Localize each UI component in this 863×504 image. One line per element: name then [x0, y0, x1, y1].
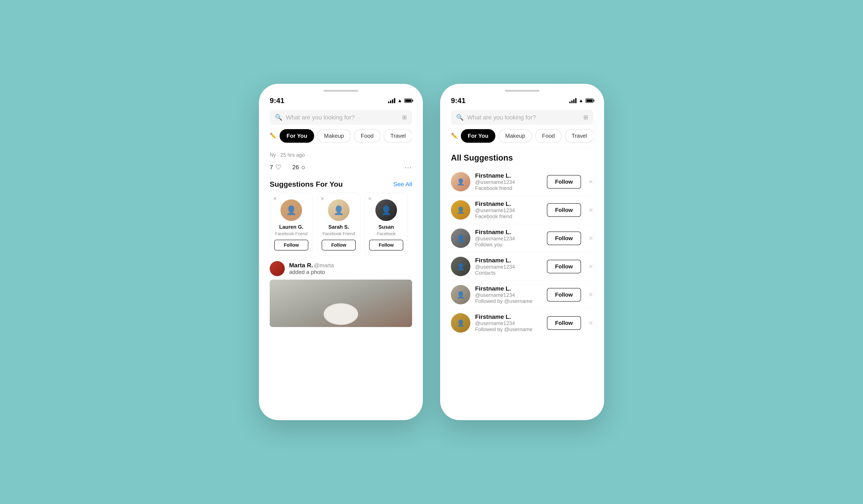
marta-avatar — [270, 261, 285, 276]
card-follow-btn-3[interactable]: Follow — [369, 240, 403, 250]
row-close-5[interactable]: ✕ — [588, 291, 593, 298]
barcode-icon-left: ⊞ — [402, 114, 407, 121]
suggestion-card-2: ✕ 👤 Sarah S. Facebook Friend Follow — [317, 193, 360, 256]
row-avatar-6: 👤 — [451, 313, 470, 333]
tab-food-left[interactable]: Food — [354, 129, 380, 143]
card-close-2[interactable]: ✕ — [321, 196, 324, 202]
card-avatar-1: 👤 — [280, 199, 302, 221]
row-relation-6: Followed by @username — [475, 326, 542, 332]
suggestion-row-6: 👤 Firstname L. @username1234 Followed by… — [451, 309, 593, 337]
follow-btn-6[interactable]: Follow — [547, 316, 581, 330]
suggestion-cards: ✕ 👤 Lauren G. Facebook Friend Follow ✕ 👤… — [270, 193, 412, 256]
row-name-1: Firstname L. — [475, 172, 542, 179]
row-relation-1: Facebook friend — [475, 185, 542, 191]
edit-icon-right[interactable]: ✏️ — [451, 132, 458, 139]
card-close-1[interactable]: ✕ — [273, 196, 277, 202]
interaction-row: 7 ♡ 26 ○ ··· — [270, 161, 412, 176]
suggestion-row-1: 👤 Firstname L. @username1234 Facebook fr… — [451, 168, 593, 196]
tab-travel-left[interactable]: Travel — [384, 129, 412, 143]
row-close-3[interactable]: ✕ — [588, 235, 593, 242]
marta-name: Marta R. — [289, 262, 313, 269]
suggestion-row-3: 👤 Firstname L. @username1234 Follows you… — [451, 224, 593, 253]
all-suggestions-title: All Suggestions — [451, 147, 593, 168]
marta-info: Marta R. @marta added a photo — [289, 262, 334, 275]
row-info-2: Firstname L. @username1234 Facebook frie… — [475, 201, 542, 219]
search-icon-left: 🔍 — [275, 114, 283, 121]
row-close-6[interactable]: ✕ — [588, 320, 593, 326]
suggestion-card-1: ✕ 👤 Lauren G. Facebook Friend Follow — [270, 193, 313, 256]
card-follow-btn-2[interactable]: Follow — [322, 240, 356, 250]
likes-count: 7 — [270, 164, 273, 171]
search-input-right[interactable]: What are you looking for? — [467, 114, 580, 121]
more-icon[interactable]: ··· — [405, 164, 412, 171]
follow-btn-5[interactable]: Follow — [547, 288, 581, 301]
signal-icon — [388, 98, 395, 103]
search-icon-right: 🔍 — [456, 114, 464, 121]
phone-right: 9:41 ▲ 🔍 What are you looking for? ⊞ ✏️ … — [440, 84, 604, 420]
tab-for-you-right[interactable]: For You — [461, 129, 495, 143]
follow-btn-4[interactable]: Follow — [547, 260, 581, 273]
marta-action: added a photo — [289, 269, 334, 275]
follow-btn-1[interactable]: Follow — [547, 175, 581, 189]
row-name-3: Firstname L. — [475, 229, 542, 236]
card-name-2: Sarah S. — [328, 224, 349, 230]
search-input-left[interactable]: What are you looking for? — [286, 114, 399, 121]
row-info-4: Firstname L. @username1234 Contacts — [475, 257, 542, 276]
food-plate — [324, 303, 358, 325]
heart-icon[interactable]: ♡ — [275, 163, 282, 171]
row-name-2: Firstname L. — [475, 201, 542, 207]
tab-travel-right[interactable]: Travel — [565, 129, 593, 143]
signal-icon-right — [570, 98, 576, 103]
wifi-icon: ▲ — [397, 98, 402, 103]
notch — [324, 90, 358, 92]
suggestions-header: Suggestions For You See All — [270, 180, 412, 189]
tab-for-you-left[interactable]: For You — [279, 129, 314, 143]
status-icons-right: ▲ — [570, 98, 593, 103]
row-close-4[interactable]: ✕ — [588, 263, 593, 270]
search-bar-left[interactable]: 🔍 What are you looking for? ⊞ — [270, 110, 412, 125]
card-follow-btn-1[interactable]: Follow — [274, 240, 308, 250]
row-avatar-4: 👤 — [451, 257, 470, 276]
search-bar-right[interactable]: 🔍 What are you looking for? ⊞ — [451, 110, 593, 125]
row-handle-5: @username1234 — [475, 292, 542, 298]
card-subtitle-2: Facebook Friend — [323, 231, 355, 236]
row-avatar-5: 👤 — [451, 285, 470, 305]
comments-count: 26 — [292, 164, 299, 171]
follow-btn-3[interactable]: Follow — [547, 232, 581, 245]
card-avatar-2: 👤 — [328, 199, 350, 221]
status-time-right: 9:41 — [451, 96, 466, 105]
card-close-3[interactable]: ✕ — [368, 196, 372, 202]
marta-post: Marta R. @marta added a photo — [270, 256, 412, 280]
row-info-1: Firstname L. @username1234 Facebook frie… — [475, 172, 542, 191]
card-name-1: Lauren G. — [279, 224, 303, 230]
tab-makeup-left[interactable]: Makeup — [317, 129, 351, 143]
suggestion-row-4: 👤 Firstname L. @username1234 Contacts Fo… — [451, 253, 593, 281]
suggestion-row-5: 👤 Firstname L. @username1234 Followed by… — [451, 281, 593, 309]
tab-food-right[interactable]: Food — [535, 129, 562, 143]
row-close-1[interactable]: ✕ — [588, 178, 593, 185]
suggestion-list: 👤 Firstname L. @username1234 Facebook fr… — [451, 168, 593, 337]
edit-icon-left[interactable]: ✏️ — [270, 132, 277, 139]
battery-icon-right — [586, 99, 593, 103]
row-relation-3: Follows you — [475, 242, 542, 248]
phone-left: 9:41 ▲ 🔍 What are you looking for? ⊞ ✏️ … — [259, 84, 423, 420]
see-all-button[interactable]: See All — [393, 181, 412, 188]
card-subtitle-3: Facebook — [377, 231, 396, 236]
row-avatar-3: 👤 — [451, 229, 470, 248]
likes-item: 7 ♡ — [270, 163, 282, 171]
row-info-3: Firstname L. @username1234 Follows you — [475, 229, 542, 248]
battery-icon — [404, 99, 412, 103]
tab-makeup-right[interactable]: Makeup — [498, 129, 532, 143]
row-close-2[interactable]: ✕ — [588, 207, 593, 214]
row-handle-1: @username1234 — [475, 179, 542, 185]
comment-icon[interactable]: ○ — [301, 164, 305, 171]
phone-content-left: Ny · 25 hrs ago 7 ♡ 26 ○ ··· Suggestions… — [259, 147, 423, 420]
status-bar-left: 9:41 ▲ — [270, 96, 412, 105]
row-name-4: Firstname L. — [475, 257, 542, 264]
suggestion-card-3: ✕ 👤 Susan Facebook Follow — [365, 193, 408, 256]
status-time-left: 9:41 — [270, 96, 284, 105]
comments-item: 26 ○ — [292, 164, 305, 171]
row-relation-2: Facebook friend — [475, 214, 542, 219]
follow-btn-2[interactable]: Follow — [547, 203, 581, 217]
row-avatar-1: 👤 — [451, 172, 470, 191]
